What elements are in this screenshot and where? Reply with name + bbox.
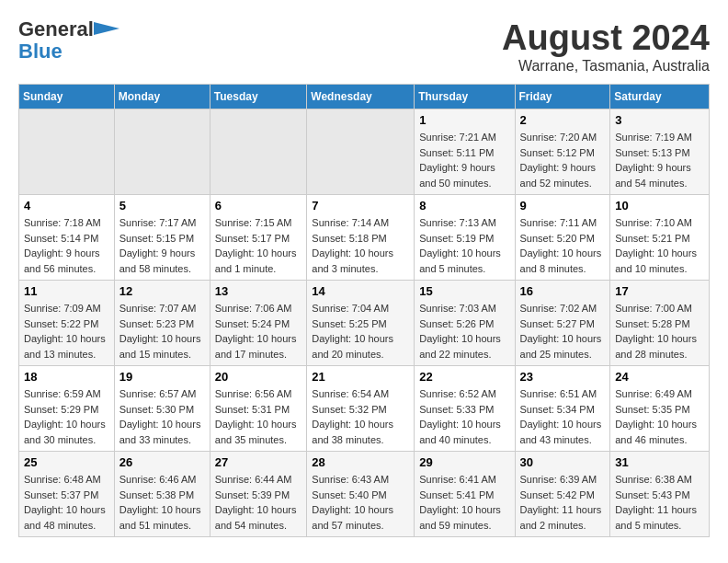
calendar-cell: 15Sunrise: 7:03 AM Sunset: 5:26 PM Dayli…	[415, 281, 515, 366]
calendar-cell: 14Sunrise: 7:04 AM Sunset: 5:25 PM Dayli…	[307, 281, 415, 366]
calendar-cell: 11Sunrise: 7:09 AM Sunset: 5:22 PM Dayli…	[19, 281, 115, 366]
day-info: Sunrise: 6:43 AM Sunset: 5:40 PM Dayligh…	[312, 472, 409, 533]
calendar-cell: 30Sunrise: 6:39 AM Sunset: 5:42 PM Dayli…	[515, 452, 610, 537]
logo: General Blue	[18, 18, 119, 63]
logo-text: General	[18, 18, 94, 40]
day-number: 18	[24, 370, 109, 384]
calendar-cell: 12Sunrise: 7:07 AM Sunset: 5:23 PM Dayli…	[114, 281, 210, 366]
header-cell-monday: Monday	[114, 85, 210, 109]
calendar-cell: 22Sunrise: 6:52 AM Sunset: 5:33 PM Dayli…	[415, 366, 515, 452]
calendar-cell	[114, 109, 210, 195]
day-number: 11	[24, 284, 109, 298]
header-row: SundayMondayTuesdayWednesdayThursdayFrid…	[19, 85, 710, 109]
subtitle: Warrane, Tasmania, Australia	[502, 58, 710, 75]
calendar-table: SundayMondayTuesdayWednesdayThursdayFrid…	[18, 84, 710, 537]
day-number: 12	[119, 284, 205, 298]
day-info: Sunrise: 7:10 AM Sunset: 5:21 PM Dayligh…	[615, 215, 704, 276]
day-info: Sunrise: 7:20 AM Sunset: 5:12 PM Dayligh…	[520, 130, 606, 190]
day-number: 28	[312, 455, 409, 469]
calendar-cell: 26Sunrise: 6:46 AM Sunset: 5:38 PM Dayli…	[114, 452, 210, 537]
week-row-4: 18Sunrise: 6:59 AM Sunset: 5:29 PM Dayli…	[19, 366, 710, 452]
day-info: Sunrise: 6:56 AM Sunset: 5:31 PM Dayligh…	[215, 386, 302, 447]
day-info: Sunrise: 7:14 AM Sunset: 5:18 PM Dayligh…	[312, 215, 409, 276]
day-number: 20	[215, 370, 302, 384]
calendar-cell: 17Sunrise: 7:00 AM Sunset: 5:28 PM Dayli…	[610, 281, 710, 366]
day-info: Sunrise: 7:06 AM Sunset: 5:24 PM Dayligh…	[215, 301, 302, 362]
day-number: 4	[24, 199, 109, 213]
calendar-cell: 29Sunrise: 6:41 AM Sunset: 5:41 PM Dayli…	[415, 452, 515, 537]
calendar-cell: 28Sunrise: 6:43 AM Sunset: 5:40 PM Dayli…	[307, 452, 415, 537]
day-number: 14	[312, 284, 409, 298]
day-number: 2	[520, 113, 606, 127]
calendar-cell: 31Sunrise: 6:38 AM Sunset: 5:43 PM Dayli…	[610, 452, 710, 537]
day-number: 1	[419, 113, 509, 127]
day-number: 15	[419, 284, 509, 298]
calendar-cell	[19, 109, 115, 195]
day-number: 6	[215, 199, 302, 213]
day-info: Sunrise: 7:07 AM Sunset: 5:23 PM Dayligh…	[119, 301, 205, 362]
header-cell-tuesday: Tuesday	[210, 85, 307, 109]
day-info: Sunrise: 7:11 AM Sunset: 5:20 PM Dayligh…	[520, 215, 606, 276]
calendar-cell: 6Sunrise: 7:15 AM Sunset: 5:17 PM Daylig…	[210, 195, 307, 281]
calendar-cell: 23Sunrise: 6:51 AM Sunset: 5:34 PM Dayli…	[515, 366, 610, 452]
header-cell-wednesday: Wednesday	[307, 85, 415, 109]
calendar-cell	[307, 109, 415, 195]
calendar-cell: 10Sunrise: 7:10 AM Sunset: 5:21 PM Dayli…	[610, 195, 710, 281]
header-cell-thursday: Thursday	[415, 85, 515, 109]
calendar-cell	[210, 109, 307, 195]
title-block: August 2024 Warrane, Tasmania, Australia	[502, 18, 710, 75]
day-number: 21	[312, 370, 409, 384]
day-number: 5	[119, 199, 205, 213]
day-number: 7	[312, 199, 409, 213]
calendar-cell: 2Sunrise: 7:20 AM Sunset: 5:12 PM Daylig…	[515, 109, 610, 195]
calendar-cell: 3Sunrise: 7:19 AM Sunset: 5:13 PM Daylig…	[610, 109, 710, 195]
header-cell-sunday: Sunday	[19, 85, 115, 109]
calendar-cell: 21Sunrise: 6:54 AM Sunset: 5:32 PM Dayli…	[307, 366, 415, 452]
calendar-cell: 4Sunrise: 7:18 AM Sunset: 5:14 PM Daylig…	[19, 195, 115, 281]
day-number: 3	[615, 113, 704, 127]
calendar-cell: 20Sunrise: 6:56 AM Sunset: 5:31 PM Dayli…	[210, 366, 307, 452]
day-number: 29	[419, 455, 509, 469]
calendar-cell: 25Sunrise: 6:48 AM Sunset: 5:37 PM Dayli…	[19, 452, 115, 537]
day-info: Sunrise: 7:02 AM Sunset: 5:27 PM Dayligh…	[520, 301, 606, 362]
day-info: Sunrise: 6:46 AM Sunset: 5:38 PM Dayligh…	[119, 472, 205, 533]
logo-icon	[94, 22, 119, 35]
day-info: Sunrise: 7:15 AM Sunset: 5:17 PM Dayligh…	[215, 215, 302, 276]
calendar-cell: 18Sunrise: 6:59 AM Sunset: 5:29 PM Dayli…	[19, 366, 115, 452]
logo-blue-text: Blue	[18, 40, 63, 63]
day-info: Sunrise: 6:38 AM Sunset: 5:43 PM Dayligh…	[615, 472, 704, 533]
day-info: Sunrise: 6:41 AM Sunset: 5:41 PM Dayligh…	[419, 472, 509, 533]
day-info: Sunrise: 7:13 AM Sunset: 5:19 PM Dayligh…	[419, 215, 509, 276]
calendar-cell: 27Sunrise: 6:44 AM Sunset: 5:39 PM Dayli…	[210, 452, 307, 537]
calendar-cell: 19Sunrise: 6:57 AM Sunset: 5:30 PM Dayli…	[114, 366, 210, 452]
day-number: 9	[520, 199, 606, 213]
day-number: 24	[615, 370, 704, 384]
day-info: Sunrise: 6:48 AM Sunset: 5:37 PM Dayligh…	[24, 472, 109, 533]
day-number: 31	[615, 455, 704, 469]
day-info: Sunrise: 6:51 AM Sunset: 5:34 PM Dayligh…	[520, 386, 606, 447]
week-row-1: 1Sunrise: 7:21 AM Sunset: 5:11 PM Daylig…	[19, 109, 710, 195]
day-info: Sunrise: 7:09 AM Sunset: 5:22 PM Dayligh…	[24, 301, 109, 362]
day-number: 26	[119, 455, 205, 469]
svg-marker-0	[94, 22, 119, 35]
header-cell-saturday: Saturday	[610, 85, 710, 109]
day-info: Sunrise: 6:59 AM Sunset: 5:29 PM Dayligh…	[24, 386, 109, 447]
day-info: Sunrise: 6:44 AM Sunset: 5:39 PM Dayligh…	[215, 472, 302, 533]
day-number: 27	[215, 455, 302, 469]
day-number: 25	[24, 455, 109, 469]
day-info: Sunrise: 6:39 AM Sunset: 5:42 PM Dayligh…	[520, 472, 606, 533]
day-number: 16	[520, 284, 606, 298]
calendar-cell: 5Sunrise: 7:17 AM Sunset: 5:15 PM Daylig…	[114, 195, 210, 281]
day-number: 17	[615, 284, 704, 298]
day-info: Sunrise: 7:00 AM Sunset: 5:28 PM Dayligh…	[615, 301, 704, 362]
day-info: Sunrise: 6:54 AM Sunset: 5:32 PM Dayligh…	[312, 386, 409, 447]
week-row-5: 25Sunrise: 6:48 AM Sunset: 5:37 PM Dayli…	[19, 452, 710, 537]
day-info: Sunrise: 7:17 AM Sunset: 5:15 PM Dayligh…	[119, 215, 205, 276]
day-number: 23	[520, 370, 606, 384]
day-info: Sunrise: 7:18 AM Sunset: 5:14 PM Dayligh…	[24, 215, 109, 276]
calendar-cell: 24Sunrise: 6:49 AM Sunset: 5:35 PM Dayli…	[610, 366, 710, 452]
calendar-cell: 16Sunrise: 7:02 AM Sunset: 5:27 PM Dayli…	[515, 281, 610, 366]
day-info: Sunrise: 7:21 AM Sunset: 5:11 PM Dayligh…	[419, 130, 509, 190]
calendar-cell: 7Sunrise: 7:14 AM Sunset: 5:18 PM Daylig…	[307, 195, 415, 281]
day-info: Sunrise: 7:03 AM Sunset: 5:26 PM Dayligh…	[419, 301, 509, 362]
